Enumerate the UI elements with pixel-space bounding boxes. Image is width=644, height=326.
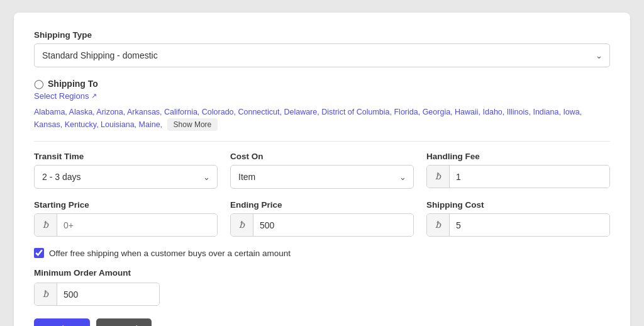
- cost-on-select-wrapper: ItemWeightQuantity ⌄: [230, 165, 414, 189]
- minimum-order-section: Minimum Order Amount ƀ: [34, 268, 610, 306]
- starting-price-input[interactable]: [57, 215, 217, 236]
- transit-time-select[interactable]: 1 day2 - 3 days4 - 5 days6 - 7 days: [34, 165, 218, 189]
- update-button[interactable]: Update: [34, 318, 90, 326]
- shipping-cost-label: Shipping Cost: [426, 200, 610, 210]
- ending-price-input-wrapper: ƀ: [230, 213, 414, 237]
- minimum-order-label: Minimum Order Amount: [34, 268, 610, 278]
- shipping-cost-input-wrapper: ƀ: [426, 213, 610, 237]
- shipping-type-select-wrapper: Standard Shipping - domesticExpress Ship…: [34, 43, 610, 67]
- minimum-order-input[interactable]: [57, 284, 160, 305]
- divider: [34, 141, 610, 142]
- shipping-cost-group: Shipping Cost ƀ: [426, 200, 610, 237]
- handling-fee-label: Handling Fee: [426, 152, 610, 161]
- cost-on-group: Cost On ItemWeightQuantity ⌄: [230, 152, 414, 189]
- shipping-type-group: Shipping Type Standard Shipping - domest…: [34, 30, 610, 67]
- ending-price-group: Ending Price ƀ: [230, 200, 414, 237]
- cost-on-label: Cost On: [230, 152, 414, 161]
- free-shipping-checkbox[interactable]: [34, 248, 44, 258]
- shipping-form: Shipping Type Standard Shipping - domest…: [14, 13, 630, 326]
- shipping-type-label: Shipping Type: [34, 30, 610, 40]
- shipping-cost-prefix: ƀ: [427, 214, 450, 236]
- handling-fee-prefix: ƀ: [427, 166, 450, 188]
- row-2-grid: Starting Price ƀ Ending Price ƀ Shipping…: [34, 200, 610, 237]
- ending-price-input[interactable]: [253, 215, 413, 236]
- pin-icon: ◯: [34, 79, 44, 89]
- shipping-cost-input[interactable]: [450, 215, 609, 236]
- starting-price-group: Starting Price ƀ: [34, 200, 218, 237]
- ending-price-label: Ending Price: [230, 200, 414, 210]
- ending-price-prefix: ƀ: [231, 214, 253, 236]
- starting-price-label: Starting Price: [34, 200, 218, 210]
- select-regions-row: Select Regions ↗: [34, 91, 610, 101]
- starting-price-input-wrapper: ƀ: [34, 213, 218, 237]
- shipping-to-row: ◯ Shipping To: [34, 79, 610, 89]
- minimum-order-prefix: ƀ: [35, 283, 57, 305]
- minimum-order-input-wrapper: ƀ: [34, 283, 160, 306]
- show-more-button[interactable]: Show More: [167, 118, 218, 131]
- row-1-grid: Transit Time 1 day2 - 3 days4 - 5 days6 …: [34, 152, 610, 189]
- starting-price-prefix: ƀ: [35, 214, 57, 236]
- free-shipping-label: Offer free shipping when a customer buys…: [49, 249, 291, 258]
- transit-time-select-wrapper: 1 day2 - 3 days4 - 5 days6 - 7 days ⌄: [34, 165, 218, 189]
- select-regions-link[interactable]: Select Regions ↗: [34, 91, 610, 101]
- cost-on-select[interactable]: ItemWeightQuantity: [230, 165, 414, 189]
- cancel-button[interactable]: Cancel: [96, 318, 152, 326]
- free-shipping-row: Offer free shipping when a customer buys…: [34, 248, 610, 258]
- transit-time-label: Transit Time: [34, 152, 218, 161]
- actions-row: Update Cancel: [34, 318, 610, 326]
- shipping-to-label: Shipping To: [48, 79, 98, 89]
- regions-list: Alabama, Alaska, Arizona, Arkansas, Cali…: [34, 106, 610, 131]
- handling-fee-group: Handling Fee ƀ: [426, 152, 610, 189]
- shipping-type-select[interactable]: Standard Shipping - domesticExpress Ship…: [34, 43, 610, 67]
- transit-time-group: Transit Time 1 day2 - 3 days4 - 5 days6 …: [34, 152, 218, 189]
- external-link-icon: ↗: [91, 92, 97, 100]
- handling-fee-input-wrapper: ƀ: [426, 165, 610, 188]
- handling-fee-input[interactable]: [450, 166, 609, 188]
